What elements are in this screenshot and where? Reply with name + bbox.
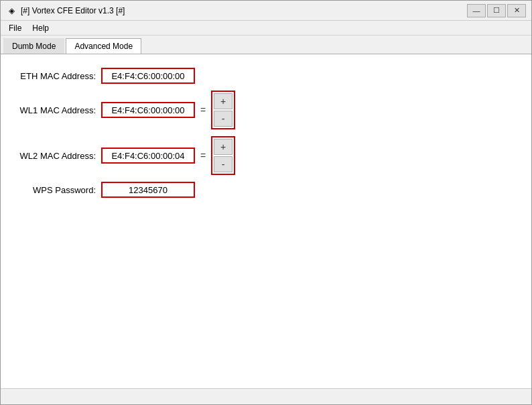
minimize-button[interactable]: —	[467, 4, 486, 17]
wl2-calc-buttons: + -	[211, 136, 235, 175]
wl1-equals: =	[200, 105, 206, 115]
wl2-equals: =	[200, 150, 206, 161]
menu-help[interactable]: Help	[27, 22, 54, 34]
title-bar: ◈ [#] Vortex CFE Editor v1.3 [#] — ☐ ✕	[1, 1, 531, 21]
window-controls: — ☐ ✕	[467, 4, 526, 17]
tab-bar: Dumb Mode Advanced Mode	[1, 36, 531, 54]
wl1-mac-label: WL1 MAC Address:	[14, 105, 101, 115]
eth-mac-input[interactable]	[101, 68, 195, 84]
tab-dumb-mode[interactable]: Dumb Mode	[3, 38, 64, 54]
wl2-minus-button[interactable]: -	[214, 156, 232, 172]
eth-mac-row: ETH MAC Address:	[14, 68, 518, 84]
wl1-mac-input[interactable]	[101, 102, 195, 118]
wl1-calc-buttons: + -	[211, 91, 235, 129]
wl1-minus-button[interactable]: -	[214, 111, 232, 127]
close-button[interactable]: ✕	[507, 4, 526, 17]
wl2-mac-input[interactable]	[101, 148, 195, 164]
eth-mac-label: ETH MAC Address:	[14, 71, 101, 81]
wps-password-row: WPS Password:	[14, 182, 518, 198]
status-bar	[1, 388, 531, 404]
application-window: ◈ [#] Vortex CFE Editor v1.3 [#] — ☐ ✕ F…	[0, 0, 532, 405]
wps-password-input[interactable]	[101, 182, 195, 198]
title-text: [#] Vortex CFE Editor v1.3 [#]	[21, 6, 125, 15]
wl1-plus-button[interactable]: +	[214, 93, 232, 109]
main-content: ETH MAC Address: WL1 MAC Address: = + - …	[1, 54, 531, 390]
wps-password-label: WPS Password:	[14, 185, 101, 195]
menu-bar: File Help	[1, 21, 531, 36]
wl2-plus-button[interactable]: +	[214, 139, 232, 155]
title-bar-left: ◈ [#] Vortex CFE Editor v1.3 [#]	[6, 5, 125, 16]
wl2-mac-label: WL2 MAC Address:	[14, 151, 101, 161]
menu-file[interactable]: File	[3, 22, 27, 34]
wl1-mac-row: WL1 MAC Address: = + -	[14, 91, 518, 129]
tab-advanced-mode[interactable]: Advanced Mode	[66, 38, 141, 54]
wl2-mac-row: WL2 MAC Address: = + -	[14, 136, 518, 175]
app-icon: ◈	[6, 5, 17, 16]
maximize-button[interactable]: ☐	[487, 4, 506, 17]
